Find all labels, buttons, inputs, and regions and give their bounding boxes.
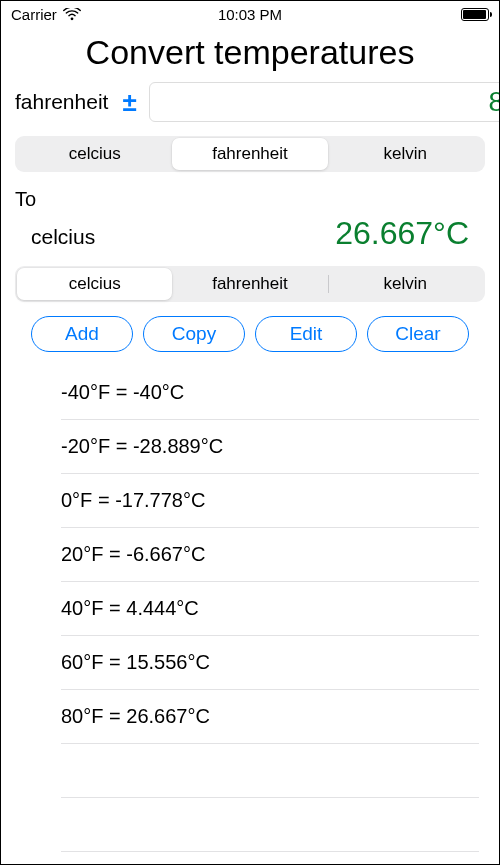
status-bar: Carrier 10:03 PM [1, 1, 499, 27]
to-unit-label: celcius [31, 225, 95, 249]
seg-to-celcius[interactable]: celcius [17, 268, 172, 300]
seg-from-kelvin[interactable]: kelvin [328, 138, 483, 170]
copy-button[interactable]: Copy [143, 316, 245, 352]
seg-to-fahrenheit[interactable]: fahrenheit [172, 268, 327, 300]
seg-from-fahrenheit[interactable]: fahrenheit [172, 138, 327, 170]
from-unit-label: fahrenheit [15, 90, 110, 114]
list-item [61, 744, 479, 798]
from-row: fahrenheit ± °F [1, 82, 499, 122]
to-label: To [1, 172, 499, 215]
list-item[interactable]: 0°F = -17.778°C [61, 474, 479, 528]
clear-button[interactable]: Clear [367, 316, 469, 352]
carrier-label: Carrier [11, 6, 57, 23]
page-title: Convert temperatures [1, 33, 499, 72]
sign-toggle-button[interactable]: ± [118, 89, 140, 115]
list-item[interactable]: 40°F = 4.444°C [61, 582, 479, 636]
list-item[interactable]: 60°F = 15.556°C [61, 636, 479, 690]
actions-row: Add Copy Edit Clear [1, 302, 499, 362]
list-item[interactable]: -40°F = -40°C [61, 366, 479, 420]
seg-to-kelvin[interactable]: kelvin [328, 268, 483, 300]
history-list: -40°F = -40°C -20°F = -28.889°C 0°F = -1… [1, 362, 499, 852]
status-time: 10:03 PM [218, 6, 282, 23]
list-item [61, 798, 479, 852]
list-item[interactable]: -20°F = -28.889°C [61, 420, 479, 474]
edit-button[interactable]: Edit [255, 316, 357, 352]
wifi-icon [63, 8, 81, 21]
result-row: celcius 26.667°C [1, 215, 499, 252]
list-item[interactable]: 80°F = 26.667°C [61, 690, 479, 744]
battery-icon [461, 8, 489, 21]
from-unit-segmented[interactable]: celcius fahrenheit kelvin [15, 136, 485, 172]
to-unit-segmented[interactable]: celcius fahrenheit kelvin [15, 266, 485, 302]
seg-from-celcius[interactable]: celcius [17, 138, 172, 170]
add-button[interactable]: Add [31, 316, 133, 352]
result-value: 26.667°C [335, 215, 469, 252]
value-input-wrap[interactable] [149, 82, 500, 122]
value-input[interactable] [160, 85, 500, 119]
list-item[interactable]: 20°F = -6.667°C [61, 528, 479, 582]
